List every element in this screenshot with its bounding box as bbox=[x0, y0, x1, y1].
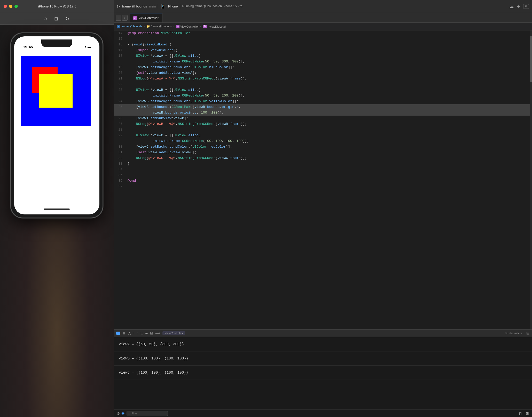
folder-icon: 📁 bbox=[146, 25, 150, 28]
code-line-20: 20 [self.view addSubview:viewA]; bbox=[114, 70, 532, 76]
breadcrumb-folder[interactable]: 📁 frame 和 bounds bbox=[146, 25, 172, 28]
chars-count: 85 characters bbox=[505, 332, 522, 335]
code-line-16: 16 - (void)viewDidLoad { bbox=[114, 42, 532, 47]
editor-panel: ⊳ frame 和 bounds main 📱 iPhone Running f… bbox=[114, 0, 532, 417]
code-line-32: 32 NSLog(@"viewC – %@",NSStringFromCGRec… bbox=[114, 155, 532, 161]
signal-dots: ··· bbox=[81, 45, 83, 49]
simulator-toolbar: ⌂ ⊡ ↻ bbox=[0, 13, 114, 25]
titlebar-left: ⊳ frame 和 bounds main 📱 iPhone Running f… bbox=[117, 4, 242, 9]
editor-tab-bar: ‹ › m ViewController bbox=[114, 13, 532, 23]
console-output-2: viewB – {{100, 100}, {100, 100}} bbox=[119, 356, 188, 360]
device-label: iPhone bbox=[167, 4, 178, 8]
console-area: viewA – {{50, 50}, {300, 300}} viewB – {… bbox=[114, 337, 532, 409]
phone-status-icons: ··· ▾ ▬ bbox=[81, 45, 91, 49]
breadcrumb-app-icon: A bbox=[117, 25, 120, 28]
breadcrumb-sep1: › bbox=[144, 25, 145, 28]
code-line-27: 27 NSLog(@"viewB – %@",NSStringFromCGRec… bbox=[114, 121, 532, 127]
simulator-panel: iPhone 15 Pro – iOS 17.5 ⌂ ⊡ ↻ 19:45 ···… bbox=[0, 0, 114, 417]
breadcrumb-method-name[interactable]: -viewDidLoad bbox=[208, 25, 226, 28]
code-line-21: 21 NSLog(@"viewA – %@",NSStringFromCGRec… bbox=[114, 76, 532, 82]
code-line-34: 34 bbox=[114, 167, 532, 172]
editor-status-bar: ⊙ ◉ ⌕ Filter 🗑 ⊞ bbox=[114, 409, 532, 417]
battery-icon: ▬ bbox=[88, 45, 91, 49]
code-area[interactable]: 14 @implementation ViewController 15 16 … bbox=[114, 30, 532, 329]
run-status: Running frame 和 bounds on iPhone 15 Pro bbox=[182, 4, 242, 9]
device-icon: 📱 bbox=[160, 4, 165, 9]
rotate-icon[interactable]: ↻ bbox=[65, 16, 69, 22]
home-indicator bbox=[44, 208, 70, 210]
step-over-icon[interactable]: △ bbox=[128, 331, 131, 335]
code-line-15: 15 bbox=[114, 36, 532, 42]
view-hierarchy-icon[interactable]: ⊙ bbox=[117, 411, 120, 415]
split-view-icon[interactable]: ⊟ bbox=[526, 331, 529, 335]
code-line-33: 33 } bbox=[114, 161, 532, 167]
nav-arrows: ‹ › bbox=[116, 15, 128, 21]
layout-toggle-icon[interactable]: ⊞ bbox=[523, 4, 529, 9]
tab-label: ViewController bbox=[138, 16, 159, 20]
titlebar-separator2 bbox=[180, 4, 180, 9]
cloud-icon[interactable]: ☁ bbox=[509, 3, 514, 10]
wifi-icon: ▾ bbox=[85, 45, 86, 49]
scrollbar-thumb[interactable] bbox=[530, 36, 532, 82]
branch-label: main bbox=[149, 5, 156, 8]
code-line-23: 23 UIView *viewB = [[UIView alloc] bbox=[114, 87, 532, 93]
titlebar-separator bbox=[158, 4, 158, 9]
forward-button[interactable]: › bbox=[122, 15, 128, 21]
code-line-25: 25 [viewB setBounds:CGRectMake(viewB.bou… bbox=[114, 104, 532, 110]
editor-content: 14 @implementation ViewController 15 16 … bbox=[114, 30, 532, 417]
code-line-22: 22 bbox=[114, 82, 532, 87]
project-title: frame 和 bounds bbox=[122, 4, 147, 9]
file-m-icon: m bbox=[133, 16, 137, 20]
code-line-14: 14 @implementation ViewController bbox=[114, 30, 532, 36]
share-icon[interactable]: ⚹ bbox=[145, 331, 148, 335]
inspect-icon[interactable]: ⊡ bbox=[150, 331, 153, 335]
filter-input[interactable]: ⌕ Filter bbox=[127, 411, 168, 416]
breadcrumb-method[interactable]: M bbox=[203, 25, 207, 28]
view-a bbox=[21, 56, 91, 126]
search-icon: ⌕ bbox=[128, 412, 130, 415]
trash-icon[interactable]: 🗑 bbox=[519, 411, 522, 415]
simulator-title: iPhone 15 Pro – iOS 17.5 bbox=[4, 4, 110, 8]
code-line-18: 18 UIView *viewA = [[UIView alloc] bbox=[114, 53, 532, 59]
code-line-25b: viewB.bounds.origin.y, 100, 100)]; bbox=[114, 110, 532, 116]
status-left: ⊙ ◉ bbox=[117, 411, 124, 415]
breadcrumb-sep3: › bbox=[200, 25, 201, 28]
phone-time: 19:45 bbox=[23, 45, 33, 49]
phone-container: 19:45 ··· ▾ ▬ bbox=[10, 33, 103, 218]
code-line-24: 24 [viewB setBackgroundColor:[UIColor ye… bbox=[114, 99, 532, 104]
debugger-icon bbox=[116, 332, 120, 335]
activity-indicator-icon: ⊳ bbox=[117, 4, 120, 9]
continue-icon[interactable]: □ bbox=[141, 331, 143, 335]
code-line-23b: initWithFrame:CGRectMake(50, 50, 200, 20… bbox=[114, 93, 532, 99]
scrollbar-track[interactable] bbox=[530, 30, 532, 329]
console-output-3: viewC – {{100, 100}, {100, 100}} bbox=[119, 371, 188, 375]
home-icon[interactable]: ⌂ bbox=[44, 16, 47, 21]
panel-layout-icon[interactable]: ⊞ bbox=[526, 411, 529, 415]
add-icon[interactable]: ＋ bbox=[516, 3, 521, 10]
titlebar-right: ☁ ＋ ⊞ bbox=[509, 3, 529, 10]
pause-icon[interactable]: ⏸ bbox=[122, 331, 126, 335]
editor-breadcrumb: A frame 和 bounds › 📁 frame 和 bounds › m … bbox=[114, 23, 532, 30]
console-output-1: viewA – {{50, 50}, {300, 300}} bbox=[119, 342, 184, 346]
step-into-icon[interactable]: ↓ bbox=[133, 331, 135, 335]
phone-dynamic-island bbox=[41, 39, 72, 47]
step-out-icon[interactable]: ↑ bbox=[137, 331, 139, 335]
code-scroll-container[interactable]: 14 @implementation ViewController 15 16 … bbox=[114, 30, 532, 329]
code-line-17: 17 [super viewDidLoad]; bbox=[114, 47, 532, 53]
editor-titlebar: ⊳ frame 和 bounds main 📱 iPhone Running f… bbox=[114, 0, 532, 13]
view-b bbox=[39, 74, 73, 108]
code-line-30: 30 [viewC setBackgroundColor:[UIColor re… bbox=[114, 144, 532, 150]
code-line-19: 19 [viewA setBackgroundColor:[UIColor bl… bbox=[114, 65, 532, 70]
screenshot-icon[interactable]: ⊡ bbox=[54, 16, 58, 22]
breadcrumb-viewcontroller[interactable]: m ViewController bbox=[176, 25, 199, 28]
phone-content bbox=[17, 52, 96, 211]
code-line-18b: initWithFrame:CGRectMake(50, 50, 300, 30… bbox=[114, 59, 532, 65]
breadcrumb-project[interactable]: frame 和 bounds bbox=[121, 25, 142, 28]
code-line-35: 35 bbox=[114, 172, 532, 178]
debugger-dot-icon[interactable]: ◉ bbox=[121, 411, 124, 415]
more-icon[interactable]: ⟹ bbox=[155, 331, 160, 335]
viewcontroller-tab[interactable]: m ViewController bbox=[130, 13, 162, 22]
code-line-31: 31 [self.view addSubview:viewC]; bbox=[114, 150, 532, 155]
simulator-titlebar: iPhone 15 Pro – iOS 17.5 bbox=[0, 0, 114, 13]
back-button[interactable]: ‹ bbox=[116, 15, 121, 21]
